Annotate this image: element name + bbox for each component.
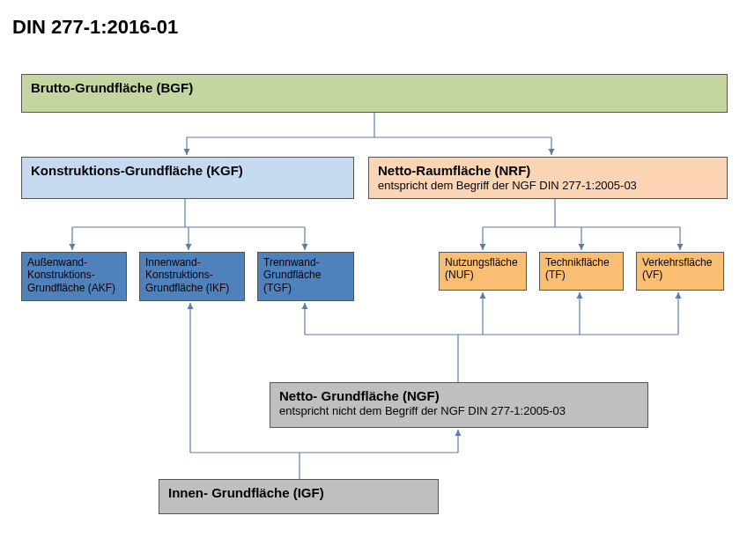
ikf-l1: Innenwand-: [145, 256, 239, 269]
box-nuf: Nutzungsfläche (NUF): [439, 252, 527, 291]
box-akf: Außenwand- Konstruktions- Grundfläche (A…: [21, 252, 127, 301]
box-tgf: Trennwand- Grundfläche (TGF): [257, 252, 354, 301]
ngf-sub: entspricht nicht dem Begriff der NGF DIN…: [279, 404, 639, 418]
ikf-l3: Grundfläche (IKF): [145, 282, 239, 294]
page-title: DIN 277-1:2016-01: [12, 16, 178, 39]
tgf-l1: Trennwand-: [263, 256, 348, 269]
box-igf: Innen- Grundfläche (IGF): [159, 479, 439, 514]
box-nrf: Netto-Raumfläche (NRF) entspricht dem Be…: [368, 157, 728, 199]
ikf-l2: Konstruktions-: [145, 269, 239, 281]
tgf-l3: (TGF): [263, 282, 348, 294]
tf-l2: (TF): [545, 269, 618, 281]
box-bgf: Brutto-Grundfläche (BGF): [21, 74, 728, 113]
tgf-l2: Grundfläche: [263, 269, 348, 281]
box-kgf: Konstruktions-Grundfläche (KGF): [21, 157, 354, 199]
akf-l1: Außenwand-: [27, 256, 121, 269]
nrf-label: Netto-Raumfläche (NRF): [378, 163, 718, 179]
akf-l3: Grundfläche (AKF): [27, 282, 121, 294]
box-ikf: Innenwand- Konstruktions- Grundfläche (I…: [139, 252, 245, 301]
nuf-l2: (NUF): [445, 269, 521, 281]
box-tf: Technikfläche (TF): [539, 252, 624, 291]
vf-l2: (VF): [642, 269, 718, 281]
vf-l1: Verkehrsfläche: [642, 256, 718, 269]
akf-l2: Konstruktions-: [27, 269, 121, 281]
box-vf: Verkehrsfläche (VF): [636, 252, 724, 291]
ngf-label: Netto- Grundfläche (NGF): [279, 388, 639, 404]
tf-l1: Technikfläche: [545, 256, 618, 269]
nrf-sub: entspricht dem Begriff der NGF DIN 277-1…: [378, 179, 718, 193]
box-ngf: Netto- Grundfläche (NGF) entspricht nich…: [270, 382, 648, 428]
bgf-label: Brutto-Grundfläche (BGF): [31, 80, 193, 95]
igf-label: Innen- Grundfläche (IGF): [168, 485, 324, 500]
nuf-l1: Nutzungsfläche: [445, 256, 521, 269]
kgf-label: Konstruktions-Grundfläche (KGF): [31, 163, 243, 178]
